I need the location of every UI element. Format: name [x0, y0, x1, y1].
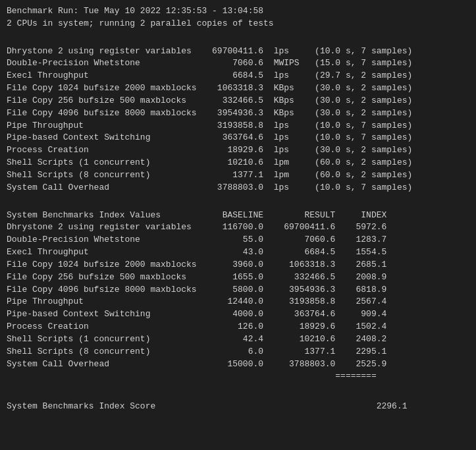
- header-line2: 2 CPUs in system; running 2 parallel cop…: [7, 18, 469, 30]
- raw-result-row: Process Creation 18929.6 lps (30.0 s, 2 …: [7, 144, 469, 157]
- header-line1: Benchmark Run: Tue May 10 2022 12:35:53 …: [7, 5, 469, 18]
- index-result-row: Process Creation 126.0 18929.6 1502.4: [7, 321, 469, 333]
- raw-result-row: File Copy 1024 bufsize 2000 maxblocks 10…: [7, 82, 469, 95]
- raw-result-row: Shell Scripts (8 concurrent) 1377.1 lpm …: [7, 169, 469, 182]
- raw-result-row: Double-Precision Whetstone 7060.6 MWIPS …: [7, 57, 469, 70]
- equals-separator: ========: [7, 370, 469, 383]
- index-result-row: Shell Scripts (1 concurrent) 42.4 10210.…: [7, 333, 469, 346]
- raw-result-row: Pipe-based Context Switching 363764.6 lp…: [7, 132, 469, 144]
- index-result-row: System Call Overhead 15000.0 3788803.0 2…: [7, 358, 469, 371]
- score-row: System Benchmarks Index Score 2296.1: [7, 401, 469, 413]
- raw-result-row: Pipe Throughput 3193858.8 lps (10.0 s, 7…: [7, 120, 469, 132]
- score-section: System Benchmarks Index Score 2296.1: [7, 401, 469, 413]
- raw-result-row: File Copy 4096 bufsize 8000 maxblocks 39…: [7, 107, 469, 120]
- index-result-row: File Copy 256 bufsize 500 maxblocks 1655…: [7, 271, 469, 284]
- raw-result-row: System Call Overhead 3788803.0 lps (10.0…: [7, 182, 469, 194]
- index-result-row: Double-Precision Whetstone 55.0 7060.6 1…: [7, 234, 469, 246]
- index-header-row: System Benchmarks Index Values BASELINE …: [7, 210, 469, 222]
- terminal-output: Benchmark Run: Tue May 10 2022 12:35:53 …: [7, 5, 469, 450]
- index-result-row: File Copy 1024 bufsize 2000 maxblocks 39…: [7, 259, 469, 271]
- raw-result-row: Execl Throughput 6684.5 lps (29.7 s, 2 s…: [7, 70, 469, 82]
- index-result-row: Shell Scripts (8 concurrent) 6.0 1377.1 …: [7, 346, 469, 358]
- raw-result-row: Dhrystone 2 using register variables 697…: [7, 45, 469, 58]
- index-result-row: Execl Throughput 43.0 6684.5 1554.5: [7, 246, 469, 259]
- raw-result-row: Shell Scripts (1 concurrent) 10210.6 lpm…: [7, 157, 469, 169]
- index-result-row: Dhrystone 2 using register variables 116…: [7, 221, 469, 234]
- index-result-row: File Copy 4096 bufsize 8000 maxblocks 58…: [7, 284, 469, 296]
- raw-result-row: File Copy 256 bufsize 500 maxblocks 3324…: [7, 95, 469, 107]
- index-result-row: Pipe-based Context Switching 4000.0 3637…: [7, 308, 469, 321]
- index-result-row: Pipe Throughput 12440.0 3193858.8 2567.4: [7, 296, 469, 308]
- raw-results-section: Dhrystone 2 using register variables 697…: [7, 45, 469, 194]
- index-section: System Benchmarks Index Values BASELINE …: [7, 210, 469, 383]
